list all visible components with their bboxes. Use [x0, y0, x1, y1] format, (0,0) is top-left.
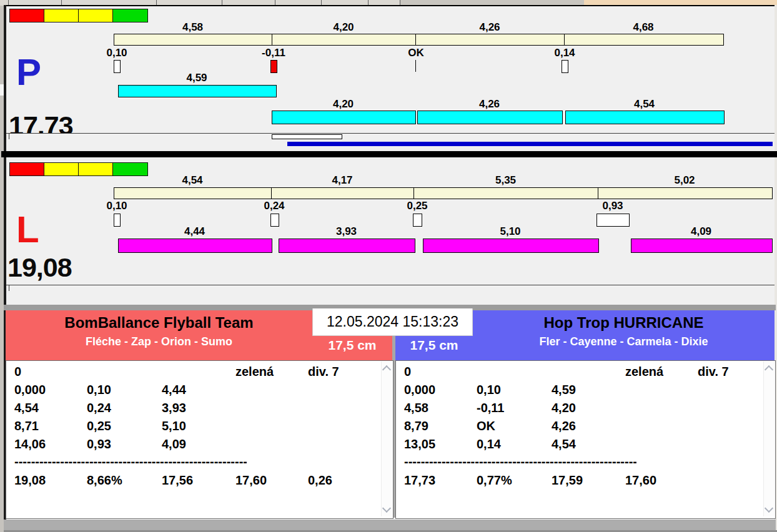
dog-time-label: 4,54	[565, 99, 723, 109]
log-cell: zelená	[625, 365, 663, 378]
blue-progress-bar	[287, 142, 773, 146]
dog-time-label: 4,44	[118, 226, 271, 237]
lane-separator-band	[1, 151, 777, 157]
log-cell: ----------------------------------------…	[404, 455, 636, 471]
log-cell: 0,25	[87, 419, 111, 433]
log-cell: 4,54	[552, 437, 576, 451]
scrollbar[interactable]	[763, 362, 775, 516]
log-cell: 14,06	[14, 437, 46, 451]
cross-time-label: 0,10	[92, 200, 142, 211]
cross-marker	[114, 60, 121, 73]
log-cell: 0,93	[87, 437, 111, 451]
split-scale-segment	[415, 34, 565, 46]
log-cell: 0,24	[87, 401, 111, 415]
white-progress-bar	[272, 134, 342, 139]
lane-L-total-time: 19,08	[7, 254, 72, 281]
split-scale-segment	[564, 34, 724, 46]
log-cell: 4,54	[14, 401, 39, 415]
start-light-box	[78, 9, 114, 22]
dog-time-label: 4,59	[118, 72, 275, 83]
log-cell: 0,77%	[477, 473, 512, 487]
log-cell: ----------------------------------------…	[14, 455, 247, 471]
split-scale-segment	[271, 187, 415, 199]
log-cell: 0,10	[477, 383, 501, 397]
log-cell: 17,59	[552, 473, 583, 487]
dog-time-bar	[118, 85, 277, 97]
log-cell: 0,000	[14, 383, 46, 397]
cross-time-label: OK	[391, 47, 441, 58]
split-time-label: 5,02	[598, 175, 771, 185]
cross-marker	[270, 60, 277, 73]
team-right-name: Hop Trop HURRICANE	[473, 314, 775, 332]
split-scale-segment	[413, 187, 599, 199]
split-time-label: 4,54	[114, 175, 271, 185]
team-left-log[interactable]: 0zelenádiv. 70,0000,104,444,540,243,938,…	[6, 360, 393, 519]
scroll-up-icon[interactable]	[765, 365, 773, 374]
cross-time-label: -0,11	[249, 47, 299, 58]
log-cell: 0,000	[404, 383, 435, 397]
log-cell: OK	[477, 419, 495, 433]
dog-time-label: 3,93	[279, 226, 414, 237]
scrollbar[interactable]	[381, 362, 392, 516]
flyball-timing-window: P 17,73 4,584,204,264,680,10-0,11OK0,144…	[0, 0, 777, 532]
log-cell: div. 7	[308, 365, 339, 378]
cross-time-label: 0,93	[588, 200, 638, 211]
window-bottom-strip	[4, 520, 776, 530]
dog-time-label: 4,20	[272, 99, 415, 109]
scroll-down-icon[interactable]	[382, 504, 391, 513]
log-cell: 8,71	[14, 419, 39, 433]
team-right-jump-height: 17,5 cm	[395, 338, 473, 353]
log-cell: 0,14	[477, 437, 501, 451]
log-cell: 4,59	[552, 383, 576, 397]
split-time-label: 4,20	[272, 22, 415, 32]
team-left-jump-height: 17,5 cm	[312, 338, 392, 353]
log-cell: 0,26	[308, 473, 332, 487]
cross-marker	[415, 60, 416, 72]
dog-time-bar	[631, 239, 773, 253]
cross-marker	[114, 214, 121, 227]
split-scale-segment	[272, 34, 417, 46]
cross-time-label: 0,25	[392, 200, 442, 211]
cross-marker	[270, 214, 279, 227]
start-light-box	[9, 9, 45, 22]
log-cell: -0,11	[477, 401, 504, 415]
lane-L-letter: L	[16, 211, 39, 249]
log-cell: 3,93	[162, 401, 186, 415]
log-cell: 19,08	[14, 473, 46, 487]
cross-marker	[413, 214, 422, 227]
scroll-up-icon[interactable]	[382, 365, 391, 374]
log-cell: zelená	[235, 365, 274, 378]
dog-time-label: 4,26	[417, 99, 562, 109]
split-time-label: 5,35	[413, 175, 598, 185]
scroll-down-icon[interactable]	[765, 504, 773, 513]
start-light-box	[112, 9, 148, 22]
strip-tick	[9, 134, 9, 139]
lane-P-panel: P 17,73 4,584,204,264,680,10-0,11OK0,144…	[6, 5, 775, 134]
split-time-label: 4,26	[415, 22, 564, 32]
team-right-log[interactable]: 0zelenádiv. 70,0000,104,594,58-0,114,208…	[395, 360, 776, 519]
cross-marker	[596, 214, 630, 227]
dog-time-bar	[118, 239, 272, 253]
split-time-label: 4,58	[114, 22, 272, 32]
log-cell: 4,58	[404, 401, 428, 415]
strip-tick	[9, 285, 9, 291]
split-time-label: 4,68	[564, 22, 723, 32]
split-scale-segment	[114, 187, 272, 199]
team-left-name: BomBallance Flyball Team	[6, 314, 312, 332]
empty-strip	[6, 285, 775, 305]
split-scale-segment	[598, 187, 773, 199]
dog-time-bar	[423, 239, 599, 253]
progress-strip	[6, 133, 775, 152]
log-cell: 17,73	[404, 473, 435, 487]
log-cell: 0,10	[87, 383, 111, 397]
start-light-box	[9, 162, 45, 176]
start-light-box	[44, 9, 79, 22]
log-cell: 17,60	[625, 473, 656, 487]
log-cell: 4,26	[552, 419, 576, 433]
dog-time-bar	[279, 239, 415, 253]
datetime-display: 12.05.2024 15:13:23	[312, 308, 473, 336]
log-cell: 13,05	[404, 437, 435, 451]
dog-time-bar	[565, 111, 725, 124]
lane-P-letter: P	[16, 54, 41, 91]
cross-marker	[562, 60, 568, 73]
